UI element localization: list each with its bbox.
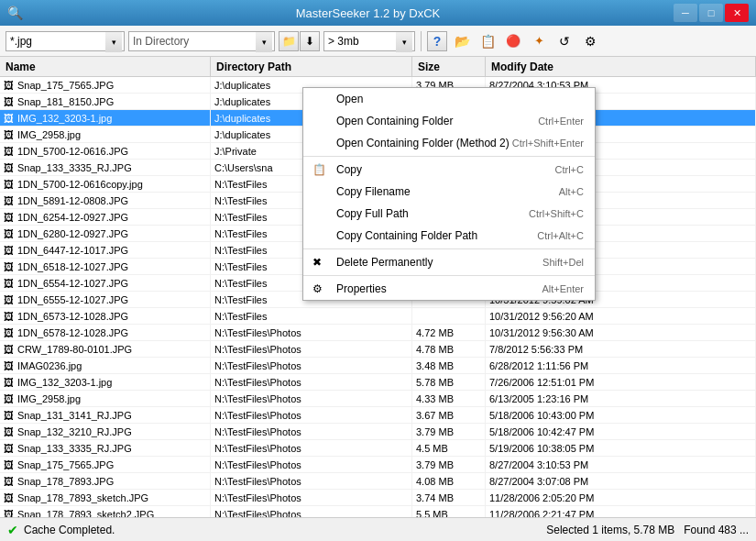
maximize-button[interactable]: □ (699, 4, 723, 22)
file-dir-cell: N:\TestFiles\Photos (211, 407, 412, 423)
table-row[interactable]: 🖼Snap_131_3141_RJ.JPGN:\TestFiles\Photos… (0, 407, 756, 424)
search-dropdown-btn[interactable]: ▾ (105, 32, 122, 52)
ctx-item-label: Open Containing Folder (Method 2) (336, 137, 509, 149)
table-row[interactable]: 🖼Snap_178_7893.JPGN:\TestFiles\Photos4.0… (0, 473, 756, 490)
context-menu-item[interactable]: Open Containing Folder (Method 2)Ctrl+Sh… (303, 132, 595, 154)
file-icon: 🖼 (4, 492, 14, 503)
table-row[interactable]: 🖼Snap_178_7893_sketch2.JPGN:\TestFiles\P… (0, 506, 756, 517)
table-row[interactable]: 🖼CRW_1789-80-0101.JPGN:\TestFiles\Photos… (0, 341, 756, 358)
file-name-cell: 🖼IMG_2958.jpg (0, 127, 211, 142)
window-controls: ─ □ ✕ (674, 4, 749, 22)
doc-btn[interactable]: 📋 (477, 30, 499, 52)
table-row[interactable]: 🖼Snap_178_7893_sketch.JPGN:\TestFiles\Ph… (0, 490, 756, 506)
cache-status: Cache Completed. (24, 524, 115, 536)
file-name-cell: 🖼Snap_178_7893_sketch.JPG (0, 490, 211, 505)
context-menu-item[interactable]: ✖Delete PermanentlyShift+Del (303, 251, 595, 273)
table-row[interactable]: 🖼Snap_175_7565.JPGN:\TestFiles\Photos3.7… (0, 457, 756, 473)
context-menu-item[interactable]: Open (303, 88, 595, 110)
file-icon: 🖼 (4, 228, 14, 239)
table-row[interactable]: 🖼1DN_6578-12-1028.JPGN:\TestFiles\Photos… (0, 325, 756, 341)
context-menu-item[interactable]: Copy FilenameAlt+C (303, 181, 595, 203)
ctx-item-label: Copy (336, 163, 362, 176)
context-menu-item[interactable]: Open Containing FolderCtrl+Enter (303, 110, 595, 132)
file-icon: 🖼 (4, 195, 14, 206)
ctx-properties-icon: ⚙ (312, 282, 323, 295)
size-field-wrap: ▾ (323, 31, 415, 51)
file-name-cell: 🖼1DN_6555-12-1027.JPG (0, 292, 211, 307)
directory-dropdown-btn[interactable]: ▾ (256, 32, 272, 52)
file-name: 1DN_6447-12-1017.JPG (17, 245, 128, 256)
star-btn[interactable]: ✦ (528, 30, 550, 52)
stop-btn[interactable]: 🔴 (502, 30, 524, 52)
table-row[interactable]: 🖼1DN_6573-12-1028.JPGN:\TestFiles10/31/2… (0, 308, 756, 325)
file-size-cell: 4.78 MB (412, 341, 486, 357)
context-menu-separator (303, 156, 595, 157)
browse-folder-btn2[interactable]: ⬇ (300, 31, 320, 51)
ctx-item-shortcut: Alt+C (559, 186, 584, 197)
file-name: Snap_132_3210_RJ.JPG (17, 426, 132, 437)
file-name: 1DN_6254-12-0927.JPG (17, 212, 128, 223)
minimize-button[interactable]: ─ (674, 4, 697, 22)
context-menu-item[interactable]: 📋CopyCtrl+C (303, 159, 595, 181)
table-row[interactable]: 🖼Snap_132_3210_RJ.JPGN:\TestFiles\Photos… (0, 424, 756, 440)
file-name: Snap_178_7893.JPG (17, 476, 114, 487)
file-name-cell: 🖼Snap_133_3335_RJ.JPG (0, 440, 211, 456)
file-name: 1DN_6280-12-0927.JPG (17, 228, 128, 239)
col-size[interactable]: Size (412, 57, 486, 76)
file-size-cell: 3.74 MB (412, 490, 486, 505)
browse-folder-btn[interactable]: 📁 (279, 31, 299, 51)
file-size-cell: 5.78 MB (412, 374, 486, 390)
col-name[interactable]: Name (0, 57, 211, 76)
file-name-cell: 🖼1DN_6578-12-1028.JPG (0, 325, 211, 340)
size-input[interactable] (324, 32, 396, 50)
file-name-cell: 🖼Snap_178_7893_sketch2.JPG (0, 506, 211, 517)
col-date[interactable]: Modify Date (486, 57, 756, 76)
file-name-cell: 🖼Snap_175_7565.JPG (0, 77, 211, 93)
directory-field-wrap: ▾ (128, 31, 275, 51)
file-size-cell: 3.79 MB (412, 457, 486, 472)
ctx-item-shortcut: Ctrl+Enter (538, 116, 584, 127)
file-icon: 🖼 (4, 179, 14, 190)
folder-open-btn[interactable]: 📂 (451, 30, 473, 52)
refresh-btn[interactable]: ↺ (553, 30, 575, 52)
window-title: MasterSeeker 1.2 by DxCK (62, 6, 674, 20)
table-row[interactable]: 🖼Snap_133_3335_RJ.JPGN:\TestFiles\Photos… (0, 440, 756, 457)
file-icon: 🖼 (4, 146, 14, 157)
ctx-item-label: Open Containing Folder (336, 115, 453, 127)
file-name: CRW_1789-80-0101.JPG (17, 344, 132, 355)
ctx-item-label: Open (336, 93, 363, 105)
directory-input[interactable] (129, 32, 256, 50)
file-name-cell: 🖼1DN_5891-12-0808.JPG (0, 193, 211, 208)
file-dir-cell: N:\TestFiles\Photos (211, 440, 412, 456)
col-dir[interactable]: Directory Path (211, 57, 412, 76)
file-dir-cell: N:\TestFiles\Photos (211, 391, 412, 406)
file-date-cell: 8/27/2004 3:10:53 PM (486, 457, 756, 472)
help-btn[interactable]: ? (427, 31, 447, 51)
col-size-label: Size (418, 61, 440, 73)
close-button[interactable]: ✕ (725, 4, 749, 22)
selected-status: Selected 1 items, 5.78 MB (546, 524, 674, 536)
table-row[interactable]: 🖼IMG_132_3203-1.jpgN:\TestFiles\Photos5.… (0, 374, 756, 391)
file-icon: 🖼 (4, 344, 14, 355)
search-input[interactable] (6, 32, 105, 50)
file-date-cell: 7/8/2012 5:56:33 PM (486, 341, 756, 357)
settings-btn[interactable]: ⚙ (579, 30, 601, 52)
file-icon: 🖼 (4, 96, 14, 107)
ctx-item-shortcut: Ctrl+Alt+C (537, 230, 584, 241)
file-dir-cell: N:\TestFiles\Photos (211, 490, 412, 505)
file-name: Snap_175_7565.JPG (17, 459, 114, 470)
file-name: 1DN_5700-12-0616copy.jpg (17, 179, 143, 190)
file-dir-cell: N:\TestFiles\Photos (211, 473, 412, 489)
file-date-cell: 6/13/2005 1:23:16 PM (486, 391, 756, 406)
file-name: 1DN_6554-12-1027.JPG (17, 278, 128, 289)
file-name: Snap_131_3141_RJ.JPG (17, 410, 132, 421)
cache-check-icon: ✔ (7, 523, 18, 537)
context-menu-item[interactable]: Copy Containing Folder PathCtrl+Alt+C (303, 225, 595, 247)
size-dropdown-btn[interactable]: ▾ (396, 32, 412, 52)
context-menu-item[interactable]: ⚙PropertiesAlt+Enter (303, 278, 595, 300)
table-row[interactable]: 🖼IMAG0236.jpgN:\TestFiles\Photos3.48 MB6… (0, 358, 756, 374)
context-menu-item[interactable]: Copy Full PathCtrl+Shift+C (303, 203, 595, 225)
table-row[interactable]: 🖼IMG_2958.jpgN:\TestFiles\Photos4.33 MB6… (0, 391, 756, 407)
file-name-cell: 🖼Snap_132_3210_RJ.JPG (0, 424, 211, 439)
column-headers: Name Directory Path Size Modify Date (0, 57, 756, 77)
